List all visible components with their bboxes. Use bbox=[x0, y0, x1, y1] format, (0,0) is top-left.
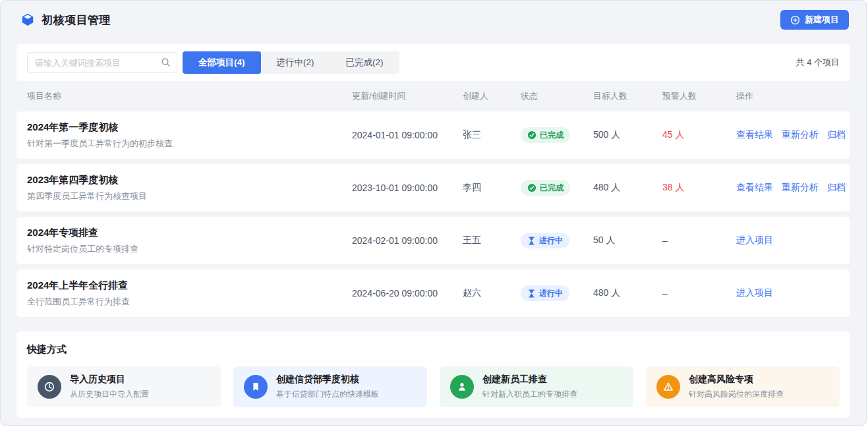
row-actions: 进入项目 bbox=[736, 287, 840, 299]
shortcuts-section: 快捷方式 导入历史项目 从历史项目中导入配置 bbox=[16, 331, 850, 418]
shortcut-desc: 基于信贷部门特点的快速模板 bbox=[276, 389, 379, 400]
shortcut-credit-dept-review[interactable]: 创建信贷部季度初核 基于信贷部门特点的快速模板 bbox=[233, 366, 427, 407]
project-warning: 45 人 bbox=[662, 129, 736, 141]
shortcut-title: 创建新员工排查 bbox=[482, 374, 577, 385]
project-time: 2024-06-20 09:00:00 bbox=[352, 288, 463, 299]
project-name: 2024年专项排查 bbox=[27, 227, 352, 239]
check-circle-icon bbox=[527, 183, 536, 192]
project-name: 2024年上半年全行排查 bbox=[27, 279, 352, 292]
search-box bbox=[27, 52, 177, 73]
project-time: 2024-02-01 09:00:00 bbox=[352, 235, 463, 246]
project-target: 500 人 bbox=[593, 129, 662, 141]
cube-icon bbox=[20, 13, 35, 27]
shortcut-title: 创建高风险专项 bbox=[689, 374, 784, 385]
hourglass-icon bbox=[527, 237, 536, 245]
shortcut-text: 创建高风险专项 针对高风险岗位的深度排查 bbox=[689, 374, 784, 400]
status-badge: 进行中 bbox=[521, 233, 569, 248]
project-desc: 针对第一季度员工异常行为的初步核查 bbox=[27, 138, 352, 150]
status-label: 进行中 bbox=[539, 288, 563, 299]
project-count-text: 共 4 个项目 bbox=[796, 57, 840, 69]
table-header: 项目名称 更新/创建时间 创建人 状态 目标人数 预警人数 操作 bbox=[16, 81, 850, 111]
enter-project-link[interactable]: 进入项目 bbox=[736, 235, 773, 246]
warning-icon bbox=[656, 375, 680, 399]
shortcut-import-history[interactable]: 导入历史项目 从历史项目中导入配置 bbox=[27, 366, 221, 407]
toolbar: 全部项目(4) 进行中(2) 已完成(2) 共 4 个项目 bbox=[16, 44, 850, 81]
view-results-link[interactable]: 查看结果 bbox=[736, 129, 773, 141]
table-row: 2024年第一季度初核 针对第一季度员工异常行为的初步核查 2024-01-01… bbox=[16, 111, 850, 159]
project-desc: 全行范围员工异常行为排查 bbox=[27, 296, 352, 308]
clock-icon bbox=[38, 375, 61, 399]
col-project-name: 项目名称 bbox=[27, 90, 352, 102]
hourglass-icon bbox=[527, 289, 536, 298]
project-creator: 王五 bbox=[463, 235, 521, 246]
project-name-cell: 2024年上半年全行排查 全行范围员工异常行为排查 bbox=[27, 279, 352, 308]
new-project-button[interactable]: 新建项目 bbox=[780, 10, 849, 30]
reanalyze-link[interactable]: 重新分析 bbox=[782, 129, 819, 141]
project-warning: 38 人 bbox=[662, 182, 736, 194]
project-name-cell: 2023年第四季度初核 第四季度员工异常行为核查项目 bbox=[27, 174, 352, 202]
project-name: 2024年第一季度初核 bbox=[27, 121, 352, 134]
status-badge: 已完成 bbox=[521, 127, 570, 143]
person-icon bbox=[450, 375, 474, 399]
status-badge: 进行中 bbox=[521, 285, 569, 301]
search-input[interactable] bbox=[27, 52, 177, 73]
shortcuts-grid: 导入历史项目 从历史项目中导入配置 创建信贷部季度初核 基于信贷部门特点的快速模… bbox=[27, 366, 840, 407]
project-desc: 第四季度员工异常行为核查项目 bbox=[27, 190, 352, 202]
project-filter-tabs: 全部项目(4) 进行中(2) 已完成(2) bbox=[183, 51, 399, 74]
check-circle-icon bbox=[527, 130, 536, 140]
project-name-cell: 2024年专项排查 针对特定岗位员工的专项排查 bbox=[27, 227, 352, 255]
project-name-cell: 2024年第一季度初核 针对第一季度员工异常行为的初步核查 bbox=[27, 121, 352, 150]
row-actions: 查看结果 重新分析 归档 bbox=[736, 129, 840, 141]
new-project-label: 新建项目 bbox=[805, 14, 839, 26]
status-label: 已完成 bbox=[540, 183, 564, 194]
project-target: 480 人 bbox=[593, 287, 662, 299]
col-update-time: 更新/创建时间 bbox=[352, 90, 463, 102]
project-creator: 赵六 bbox=[463, 287, 521, 299]
bookmark-icon bbox=[244, 375, 268, 399]
table-row: 2024年上半年全行排查 全行范围员工异常行为排查 2024-06-20 09:… bbox=[16, 270, 850, 317]
page-header: 初核项目管理 新建项目 bbox=[1, 1, 866, 39]
search-icon[interactable] bbox=[161, 57, 171, 70]
enter-project-link[interactable]: 进入项目 bbox=[736, 287, 773, 299]
shortcut-desc: 针对高风险岗位的深度排查 bbox=[689, 389, 784, 400]
row-actions: 查看结果 重新分析 归档 bbox=[736, 182, 840, 194]
table-row: 2023年第四季度初核 第四季度员工异常行为核查项目 2023-10-01 09… bbox=[16, 164, 850, 212]
shortcut-text: 创建信贷部季度初核 基于信贷部门特点的快速模板 bbox=[276, 374, 379, 400]
col-status: 状态 bbox=[521, 90, 593, 102]
shortcut-text: 导入历史项目 从历史项目中导入配置 bbox=[70, 374, 149, 400]
view-results-link[interactable]: 查看结果 bbox=[736, 182, 773, 194]
archive-link[interactable]: 归档 bbox=[827, 182, 846, 194]
page-title: 初核项目管理 bbox=[42, 13, 111, 28]
table-row: 2024年专项排查 针对特定岗位员工的专项排查 2024-02-01 09:00… bbox=[16, 217, 850, 264]
tab-all-projects[interactable]: 全部项目(4) bbox=[183, 51, 261, 74]
project-warning: – bbox=[662, 288, 736, 299]
project-target: 480 人 bbox=[593, 182, 662, 194]
project-creator: 李四 bbox=[463, 182, 521, 194]
status-badge: 已完成 bbox=[521, 180, 570, 196]
reanalyze-link[interactable]: 重新分析 bbox=[782, 182, 819, 194]
title-wrap: 初核项目管理 bbox=[20, 13, 111, 28]
app-window: 初核项目管理 新建项目 全部项目(4) 进行中(2) bbox=[0, 0, 867, 426]
shortcuts-title: 快捷方式 bbox=[27, 343, 840, 356]
tab-in-progress[interactable]: 进行中(2) bbox=[261, 51, 330, 74]
project-target: 50 人 bbox=[593, 235, 662, 246]
col-target-count: 目标人数 bbox=[593, 90, 662, 102]
status-label: 已完成 bbox=[540, 130, 564, 141]
shortcut-high-risk-special[interactable]: 创建高风险专项 针对高风险岗位的深度排查 bbox=[646, 366, 840, 407]
col-warning-count: 预警人数 bbox=[662, 90, 736, 102]
project-name: 2023年第四季度初核 bbox=[27, 174, 352, 186]
project-warning: – bbox=[662, 235, 736, 246]
row-actions: 进入项目 bbox=[736, 235, 840, 246]
shortcut-text: 创建新员工排查 针对新入职员工的专项排查 bbox=[482, 374, 577, 400]
status-label: 进行中 bbox=[539, 235, 563, 246]
project-creator: 张三 bbox=[463, 129, 521, 141]
tab-completed[interactable]: 已完成(2) bbox=[330, 51, 399, 74]
project-time: 2023-10-01 09:00:00 bbox=[352, 183, 463, 193]
archive-link[interactable]: 归档 bbox=[827, 129, 846, 141]
col-actions: 操作 bbox=[736, 90, 840, 102]
shortcut-title: 导入历史项目 bbox=[70, 374, 149, 385]
shortcut-title: 创建信贷部季度初核 bbox=[276, 374, 379, 385]
shortcut-desc: 从历史项目中导入配置 bbox=[70, 389, 149, 400]
project-desc: 针对特定岗位员工的专项排查 bbox=[27, 243, 352, 255]
shortcut-new-employee-screening[interactable]: 创建新员工排查 针对新入职员工的专项排查 bbox=[440, 366, 633, 407]
